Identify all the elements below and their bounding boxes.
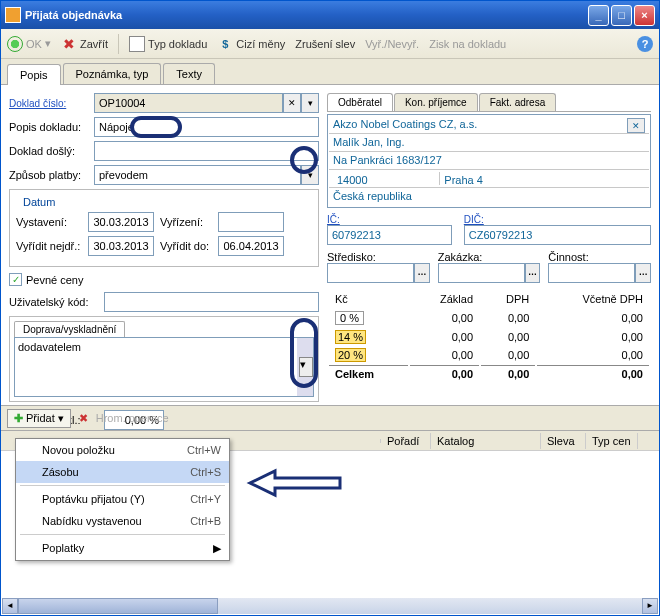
cinnost-field[interactable] (548, 263, 635, 283)
platba-label: Způsob platby: (9, 169, 94, 181)
scroll-right-icon[interactable]: ► (642, 598, 658, 614)
app-icon (5, 7, 21, 23)
help-icon[interactable]: ? (637, 36, 653, 52)
addr-city[interactable]: Praha 4 (440, 172, 645, 185)
dosly-field[interactable] (94, 141, 319, 161)
vyrizeni-label: Vyřízení: (160, 216, 218, 228)
stredisko-field[interactable] (327, 263, 414, 283)
tab-texty[interactable]: Texty (163, 63, 215, 84)
window-title: Přijatá objednávka (25, 9, 586, 21)
tab-poznamka[interactable]: Poznámka, typ (63, 63, 162, 84)
menu-poplatky[interactable]: Poplatky▶ (16, 537, 229, 560)
popis-field[interactable] (94, 117, 319, 137)
addr-zip[interactable]: 14000 (333, 172, 440, 185)
currency-icon: $ (217, 36, 233, 52)
scroll-thumb[interactable] (18, 598, 218, 614)
dropdown-button[interactable]: ▾ (301, 93, 319, 113)
vystaveni-field[interactable] (88, 212, 154, 232)
pridat-menu: Novou položkuCtrl+W ZásobuCtrl+S Poptávk… (15, 438, 230, 561)
zakazka-lookup[interactable]: … (525, 263, 541, 283)
zisk-button[interactable]: Zisk na dokladu (429, 38, 506, 50)
dic-field[interactable] (464, 225, 651, 245)
vyr-button[interactable]: Vyř./Nevyř. (365, 38, 419, 50)
plus-icon: ✚ (14, 412, 23, 425)
vystaveni-label: Vystavení: (16, 216, 88, 228)
platba-field[interactable] (94, 165, 301, 185)
maximize-button[interactable]: □ (611, 5, 632, 26)
col-katalog[interactable]: Katalog (431, 433, 541, 449)
ic-label[interactable]: IČ: (327, 214, 452, 225)
cinnost-label: Činnost: (548, 251, 651, 263)
hrom-operace: Hrom. operace (96, 412, 169, 424)
horizontal-scrollbar[interactable]: ◄ ► (2, 598, 658, 614)
pevne-ceny-checkbox[interactable]: ✓ (9, 273, 22, 286)
check-icon (7, 36, 23, 52)
doc-type-button[interactable]: Typ dokladu (129, 36, 207, 52)
close-doc-button[interactable]: ✖Zavřít (61, 36, 108, 52)
doprava-tab[interactable]: Doprava/vyskladnění (14, 321, 125, 337)
tab-kon-prijemce[interactable]: Kon. příjemce (394, 93, 478, 111)
datum-legend: Datum (20, 196, 58, 208)
tab-popis[interactable]: Popis (7, 64, 61, 85)
ok-button[interactable]: OK ▾ (7, 36, 51, 52)
rate-14[interactable]: 14 % (335, 330, 366, 344)
close-button[interactable]: × (634, 5, 655, 26)
doprava-box: Doprava/vyskladnění dodavatelem ▾ (9, 316, 319, 402)
uziv-field[interactable] (104, 292, 319, 312)
currency-button[interactable]: $Cizí měny (217, 36, 285, 52)
scroll-left-icon[interactable]: ◄ (2, 598, 18, 614)
clear-addr-button[interactable]: ✕ (627, 118, 645, 133)
address-box: Akzo Nobel Coatings CZ, a.s.✕ Malík Jan,… (327, 114, 651, 208)
summary-table: KčZákladDPHVčetně DPH 0 %0,000,000,00 14… (327, 289, 651, 384)
popis-label: Popis dokladu: (9, 121, 94, 133)
col-poradi[interactable]: Pořadí (381, 433, 431, 449)
delete-icon[interactable]: ✖ (79, 412, 88, 425)
col-sleva[interactable]: Sleva (541, 433, 586, 449)
doprava-textarea[interactable]: dodavatelem ▾ (14, 337, 314, 397)
doklad-cislo-label[interactable]: Doklad číslo: (9, 98, 94, 109)
pevne-ceny-label: Pevné ceny (26, 274, 83, 286)
dic-label[interactable]: DIČ: (464, 214, 651, 225)
datum-fieldset: Datum Vystavení: Vyřízení: Vyřídit nejdř… (9, 189, 319, 267)
do-field[interactable] (218, 236, 284, 256)
menu-nabidku[interactable]: Nabídku vystavenouCtrl+B (16, 510, 229, 532)
stredisko-label: Středisko: (327, 251, 430, 263)
menu-zasobu[interactable]: ZásobuCtrl+S (16, 461, 229, 483)
doc-icon (129, 36, 145, 52)
addr-company[interactable]: Akzo Nobel Coatings CZ, a.s. (333, 118, 627, 131)
uziv-label: Uživatelský kód: (9, 296, 104, 308)
cinnost-lookup[interactable]: … (635, 263, 651, 283)
doklad-cislo-field[interactable] (94, 93, 283, 113)
menu-poptavku[interactable]: Poptávku přijatou (Y)Ctrl+Y (16, 488, 229, 510)
cancel-discounts-button[interactable]: Zrušení slev (295, 38, 355, 50)
clear-button[interactable]: ✕ (283, 93, 301, 113)
rate-20[interactable]: 20 % (335, 348, 366, 362)
dosly-label: Doklad došlý: (9, 145, 94, 157)
ic-field[interactable] (327, 225, 452, 245)
addr-country[interactable]: Česká republika (329, 188, 649, 206)
menu-novou-polozku[interactable]: Novou položkuCtrl+W (16, 439, 229, 461)
titlebar: Přijatá objednávka _ □ × (1, 1, 659, 29)
addr-person[interactable]: Malík Jan, Ing. (329, 134, 649, 152)
tab-fakt-adresa[interactable]: Fakt. adresa (479, 93, 557, 111)
submenu-arrow-icon: ▶ (213, 542, 221, 555)
toolbar: OK ▾ ✖Zavřít Typ dokladu $Cizí měny Zruš… (1, 29, 659, 59)
do-label: Vyřídit do: (160, 240, 218, 252)
nejdr-label: Vyřídit nejdř.: (16, 240, 88, 252)
platba-dropdown[interactable]: ▾ (301, 165, 319, 185)
vyrizeni-field[interactable] (218, 212, 284, 232)
stredisko-lookup[interactable]: … (414, 263, 430, 283)
pridat-button[interactable]: ✚Přidat ▾ (7, 409, 71, 428)
tab-odberatel[interactable]: Odběratel (327, 93, 393, 111)
zakazka-label: Zakázka: (438, 251, 541, 263)
zakazka-field[interactable] (438, 263, 525, 283)
nejdr-field[interactable] (88, 236, 154, 256)
minimize-button[interactable]: _ (588, 5, 609, 26)
col-typ[interactable]: Typ cen (586, 433, 638, 449)
expand-button[interactable]: ▾ (299, 357, 313, 377)
x-icon: ✖ (61, 36, 77, 52)
main-tabs: Popis Poznámka, typ Texty (1, 59, 659, 85)
rate-0[interactable]: 0 % (335, 311, 364, 325)
addr-street[interactable]: Na Pankráci 1683/127 (329, 152, 649, 170)
